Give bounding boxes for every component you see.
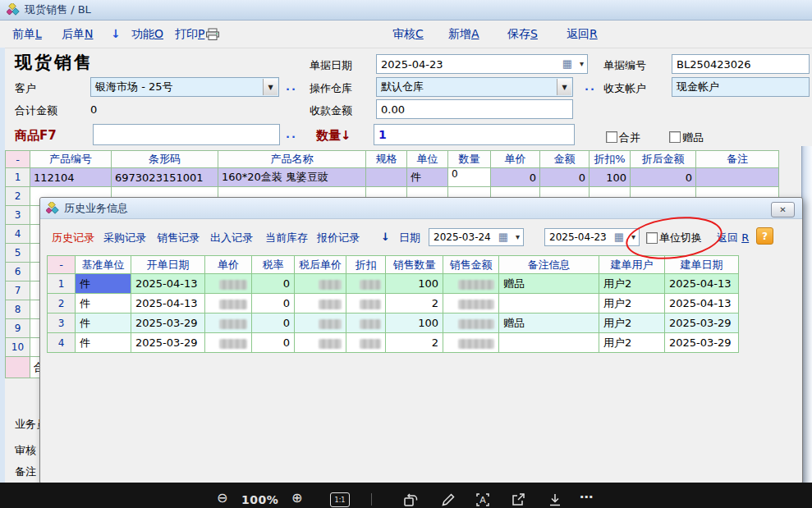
function-dropdown-arrow-icon[interactable]: ↓ (111, 27, 121, 40)
goods-input[interactable] (93, 124, 280, 145)
customer-browse-button[interactable]: .. (286, 80, 297, 93)
table-cell[interactable]: 2025-03-29 (665, 333, 739, 353)
combo-dropdown-icon[interactable]: ▼ (263, 79, 278, 95)
table-cell[interactable]: 0 (252, 313, 295, 333)
table-cell[interactable]: 5 (6, 244, 30, 263)
table-cell[interactable] (295, 333, 346, 353)
table-cell[interactable]: 件 (76, 313, 131, 333)
table-row[interactable]: 4件2025-03-2902用户22025-03-29 (48, 333, 739, 353)
table-cell[interactable]: 100 (386, 313, 443, 333)
save-download-icon[interactable] (547, 492, 563, 508)
tab-quote-records[interactable]: 报价记录 (317, 231, 360, 245)
table-cell[interactable]: 0 (252, 294, 295, 313)
next-doc-button[interactable]: 后单N (62, 27, 93, 42)
table-cell[interactable]: 2 (48, 294, 76, 313)
column-header[interactable]: 建单用户 (599, 256, 665, 274)
dialog-return-button[interactable]: 返回 R (717, 231, 749, 245)
calendar-icon[interactable]: ▦ (614, 231, 624, 243)
column-header[interactable]: 单价 (491, 151, 540, 168)
table-cell[interactable]: 0 (631, 168, 696, 187)
save-button[interactable]: 保存S (507, 27, 538, 42)
column-header[interactable]: 金额 (540, 151, 590, 168)
table-cell[interactable]: 6973023151001 (112, 168, 218, 187)
column-header[interactable]: 产品编号 (30, 151, 112, 168)
table-cell[interactable]: 112104 (30, 168, 112, 187)
print-button[interactable]: 打印P (175, 27, 204, 42)
table-row[interactable]: 11121046973023151001160*20盒装 鬼婆豆豉件000100… (6, 168, 779, 187)
dialog-close-button[interactable]: ✕ (771, 202, 795, 217)
table-cell[interactable]: 6 (6, 263, 30, 281)
table-cell[interactable]: 4 (48, 333, 76, 353)
customer-combobox[interactable]: 银海市场 - 25号 ▼ (90, 77, 279, 97)
column-header[interactable]: 产品名称 (218, 151, 366, 168)
date-dropdown-arrow-icon[interactable]: ↓ (381, 231, 390, 243)
column-header[interactable]: - (6, 151, 30, 168)
table-cell[interactable]: 0 (252, 333, 295, 353)
table-cell[interactable]: 2 (386, 294, 443, 313)
table-cell[interactable] (205, 294, 252, 313)
table-cell[interactable]: 3 (6, 206, 30, 225)
column-header[interactable]: 开单日期 (131, 256, 205, 274)
table-cell[interactable]: 2025-04-13 (665, 274, 739, 294)
column-header[interactable]: 折后金额 (631, 151, 696, 168)
table-cell[interactable] (346, 313, 386, 333)
add-new-button[interactable]: 新增A (448, 27, 479, 42)
table-row[interactable]: 2件2025-04-1302用户22025-04-13 (48, 294, 739, 313)
combo-dropdown-icon[interactable]: ▼ (557, 79, 571, 95)
calendar-caret-icon[interactable]: ▾ (580, 59, 584, 68)
text-extract-icon[interactable]: A (475, 492, 491, 508)
table-cell[interactable]: 用户2 (599, 313, 665, 333)
tab-current-stock[interactable]: 当前库存 (265, 231, 308, 245)
column-header[interactable]: 税后单价 (295, 256, 346, 274)
tab-inout-records[interactable]: 出入记录 (210, 231, 253, 245)
column-header[interactable]: 基准单位 (76, 256, 131, 274)
rotate-icon[interactable] (402, 492, 419, 508)
table-cell[interactable]: 2025-03-29 (131, 313, 205, 333)
table-cell[interactable]: 2025-04-13 (131, 274, 205, 294)
table-cell[interactable]: 10 (6, 338, 30, 357)
column-header[interactable]: 单位 (407, 151, 448, 168)
table-cell[interactable]: 赠品 (499, 313, 599, 333)
doc-no-field[interactable]: BL250423026 (672, 54, 810, 74)
calendar-caret-icon[interactable]: ▾ (631, 232, 635, 241)
column-header[interactable]: 条形码 (112, 151, 218, 168)
doc-date-field[interactable]: 2025-04-23 ▦ ▾ (376, 54, 588, 74)
return-button[interactable]: 返回R (567, 27, 598, 42)
column-header[interactable]: 数量 (448, 151, 491, 168)
column-header[interactable]: 折扣% (590, 151, 631, 168)
table-cell[interactable] (295, 274, 346, 294)
table-cell[interactable] (443, 274, 499, 294)
column-header[interactable]: 备注 (696, 151, 779, 168)
table-cell[interactable]: 1 (48, 274, 76, 294)
table-cell[interactable] (346, 294, 386, 313)
table-cell[interactable]: 赠品 (499, 274, 599, 294)
tab-history-records[interactable]: 历史记录 (52, 231, 94, 245)
table-cell[interactable]: 2 (6, 187, 30, 206)
table-cell[interactable]: 4 (6, 225, 30, 244)
table-cell[interactable]: 2025-04-13 (131, 294, 205, 313)
table-cell[interactable] (499, 333, 599, 353)
gift-checkbox[interactable] (669, 131, 681, 143)
table-cell[interactable] (346, 274, 386, 294)
column-header[interactable]: 税率 (252, 256, 295, 274)
table-cell[interactable]: 0 (252, 274, 295, 294)
unit-switch-checkbox[interactable] (646, 232, 658, 244)
share-icon[interactable] (510, 492, 526, 508)
goods-browse-button[interactable]: .. (286, 128, 297, 140)
table-cell[interactable] (205, 333, 252, 353)
edit-pencil-icon[interactable] (440, 492, 456, 508)
table-row[interactable]: 1件2025-04-130100赠品用户22025-04-13 (48, 274, 739, 294)
table-cell[interactable]: 用户2 (599, 274, 665, 294)
help-button[interactable]: ? (756, 227, 773, 245)
table-cell[interactable] (443, 313, 499, 333)
table-cell[interactable] (6, 357, 30, 378)
table-cell[interactable]: 1 (6, 168, 30, 187)
zoom-out-icon[interactable]: ⊖ (217, 492, 227, 505)
account-field[interactable]: 现金帐户 (672, 77, 810, 97)
table-cell[interactable] (696, 168, 779, 187)
merge-checkbox[interactable] (606, 131, 617, 143)
table-row[interactable]: 3件2025-03-290100赠品用户22025-03-29 (48, 313, 739, 333)
more-options-icon[interactable]: ⋯ (580, 489, 593, 505)
table-cell[interactable] (443, 294, 499, 313)
calendar-caret-icon[interactable]: ▾ (516, 232, 520, 241)
